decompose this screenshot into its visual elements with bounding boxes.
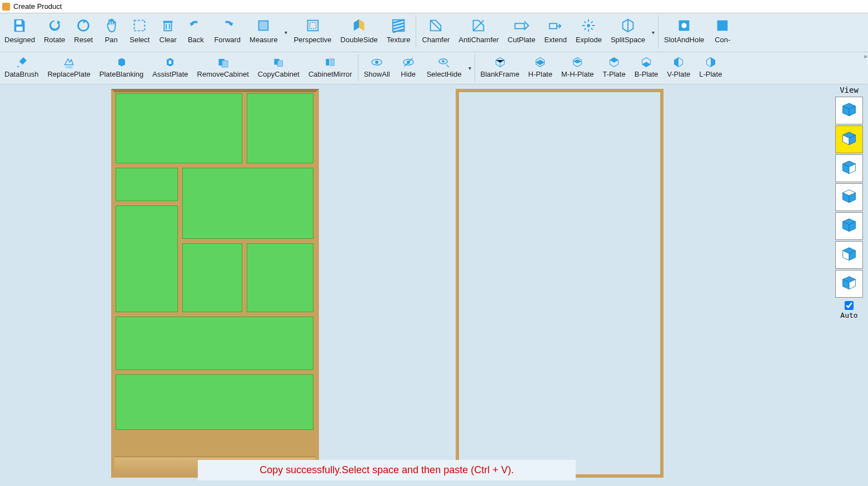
svg-point-15 — [587, 24, 591, 27]
panel[interactable] — [182, 168, 313, 239]
svg-rect-0 — [17, 21, 22, 25]
explode-label: Explode — [576, 36, 602, 44]
select-button[interactable]: Select — [125, 13, 154, 52]
cabinet-right[interactable] — [456, 89, 664, 478]
toolbar-separator — [475, 54, 475, 81]
assistplate-button[interactable]: AssistPlate — [148, 52, 192, 84]
blankframe-button[interactable]: BlankFrame — [476, 52, 524, 84]
view-front-button[interactable] — [835, 126, 863, 153]
view-auto[interactable]: Auto — [840, 301, 857, 319]
window-title: Create Product — [13, 2, 62, 11]
redo-icon — [219, 16, 236, 36]
cutplate-button[interactable]: CutPlate — [503, 13, 540, 52]
view-auto-checkbox[interactable] — [845, 301, 854, 310]
toolbar-separator — [358, 54, 358, 81]
rotate-label: Rotate — [44, 36, 65, 44]
perspective-button[interactable]: Perspective — [290, 13, 336, 52]
explode-icon — [580, 16, 597, 36]
selecthide-button[interactable]: SelectHide — [422, 52, 466, 84]
pan-button[interactable]: Pan — [97, 13, 125, 52]
extend-button[interactable]: Extend — [540, 13, 571, 52]
plateblanking-button[interactable]: PlateBlanking — [95, 52, 148, 84]
hide-button[interactable]: Hide — [395, 52, 422, 84]
status-message: Copy successfully.Select space and then … — [198, 460, 576, 480]
panel[interactable] — [247, 243, 313, 312]
chamfer-button[interactable]: Chamfer — [417, 13, 454, 52]
view-bottom-button[interactable] — [835, 241, 863, 269]
svg-rect-5 — [163, 21, 173, 23]
view-iso-button[interactable] — [835, 97, 863, 124]
eyesearch-icon — [437, 54, 451, 70]
dropdown-arrow-icon[interactable]: ▾ — [466, 65, 473, 71]
databrush-label: DataBrush — [4, 70, 38, 78]
texture-button[interactable]: Texture — [382, 13, 415, 52]
cabinetmirror-button[interactable]: CabinetMirror — [304, 52, 357, 84]
blankframe-label: BlankFrame — [481, 70, 520, 78]
panel[interactable] — [116, 317, 313, 370]
bplate-button[interactable]: B-Plate — [630, 52, 663, 84]
view-right-button[interactable] — [835, 183, 863, 211]
pan-icon — [103, 16, 119, 36]
panel[interactable] — [182, 243, 242, 312]
tplate-button[interactable]: T-Plate — [598, 52, 630, 84]
clear-button[interactable]: Clear — [154, 13, 182, 52]
cabinet-left[interactable] — [111, 89, 319, 478]
slotandhole-button[interactable]: SlotAndHole — [660, 13, 709, 52]
measure-button[interactable]: Measure — [245, 13, 282, 52]
designed-button[interactable]: Designed — [0, 13, 39, 52]
doubleside-button[interactable]: DoubleSide — [336, 13, 382, 52]
lplate-button[interactable]: L-Plate — [695, 52, 726, 84]
view-auto-label: Auto — [840, 311, 857, 319]
measure-icon — [255, 16, 272, 36]
hplate-button[interactable]: H-Plate — [524, 52, 557, 84]
mhplate-button[interactable]: M-H-Plate — [557, 52, 598, 84]
svg-rect-26 — [326, 59, 330, 66]
panel[interactable] — [247, 93, 313, 163]
eye-icon — [370, 54, 383, 70]
chamfer-icon — [427, 16, 444, 36]
view-back-view-button[interactable] — [835, 270, 863, 298]
select-icon — [131, 16, 148, 36]
explode-button[interactable]: Explode — [571, 13, 606, 52]
showall-button[interactable]: ShowAll — [360, 52, 395, 84]
svg-rect-11 — [310, 22, 316, 28]
panel[interactable] — [116, 168, 178, 201]
toolbar-main: Designed Rotate Reset Pan Select Clear B… — [0, 13, 868, 52]
view-left-button[interactable] — [835, 154, 863, 182]
rotate-button[interactable]: Rotate — [39, 13, 69, 52]
canvas-area[interactable]: Copy successfully.Select space and then … — [0, 84, 868, 486]
back-button[interactable]: Back — [182, 13, 209, 52]
measure-label: Measure — [250, 36, 278, 44]
removecabinet-button[interactable]: RemoveCabinet — [193, 52, 253, 84]
svg-rect-25 — [278, 61, 283, 67]
antichamfer-button[interactable]: AntiChamfer — [454, 13, 503, 52]
vplate-button[interactable]: V-Plate — [662, 52, 695, 84]
dropdown-arrow-icon[interactable]: ▾ — [282, 29, 290, 36]
cad-icon: CAD — [62, 54, 76, 70]
forward-button[interactable]: Forward — [209, 13, 245, 52]
panel[interactable] — [116, 206, 178, 312]
reset-button[interactable]: Reset — [69, 13, 97, 52]
plateblanking-label: PlateBlanking — [99, 70, 144, 78]
perspective-label: Perspective — [294, 36, 332, 44]
overflow-indicator[interactable]: » — [864, 53, 867, 59]
panel[interactable] — [116, 374, 313, 430]
svg-point-18 — [682, 23, 687, 28]
view-top-button[interactable] — [835, 212, 863, 240]
replaceplate-button[interactable]: CAD ReplacePlate — [43, 52, 94, 84]
con-button[interactable]: Con- — [709, 13, 736, 52]
app-icon — [2, 3, 10, 11]
splitspace-button[interactable]: SplitSpace — [606, 13, 650, 52]
svg-rect-21 — [169, 61, 172, 64]
slotandhole-label: SlotAndHole — [664, 36, 704, 44]
removecabinet-label: RemoveCabinet — [197, 70, 249, 78]
copycabinet-button[interactable]: CopyCabinet — [253, 52, 304, 84]
svg-rect-1 — [17, 27, 23, 31]
trash-icon — [159, 16, 176, 36]
mirror-icon — [323, 54, 337, 70]
showall-label: ShowAll — [364, 70, 390, 78]
databrush-button[interactable]: DataBrush — [0, 52, 43, 84]
dropdown-arrow-icon[interactable]: ▾ — [650, 29, 657, 36]
panel[interactable] — [116, 93, 242, 163]
assist-icon — [163, 54, 177, 70]
